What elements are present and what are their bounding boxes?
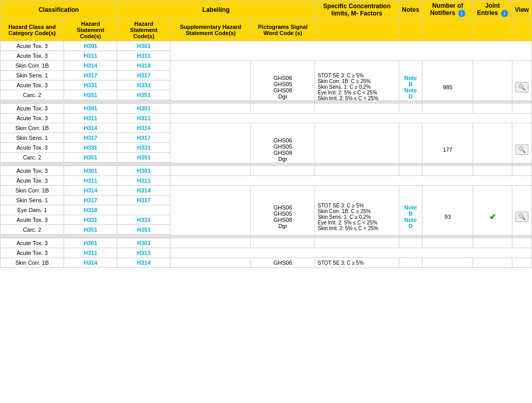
hsc1-cell[interactable]: H311 — [64, 51, 117, 61]
hsc1-cell[interactable]: H314 — [64, 123, 117, 133]
joint-entries-cell — [473, 258, 512, 268]
hazard-class-cell: Skin Sens. 1 — [1, 71, 64, 80]
hsc2-cell[interactable]: H301 — [117, 238, 170, 248]
hazard-class-cell: Acute Tox. 3 — [1, 80, 64, 90]
hazard-class-cell: Acute Tox. 3 — [1, 166, 64, 176]
pictograms-cell: GHS06 GHS05 GHS08 Dgr — [251, 61, 315, 114]
hsc1-cell[interactable]: H331 — [64, 215, 117, 225]
notifiers-cell — [423, 258, 473, 268]
view-cell[interactable]: 🔍 — [512, 123, 531, 176]
hsc2-header: Hazard Statement Code(s) — [117, 19, 170, 41]
hsc1-cell[interactable]: H331 — [64, 80, 117, 90]
concentration-cell: STOT SE 3: C ≥ 5% — [315, 258, 399, 268]
hsc1-cell[interactable]: H317 — [64, 133, 117, 143]
hsc1-cell[interactable]: H314 — [64, 186, 117, 196]
concentration-cell: STOT SE 3: C ≥ 5% Skin Corr. 1B: C ≥ 25%… — [315, 61, 399, 114]
notifiers-info-icon[interactable]: i — [458, 10, 465, 17]
notifiers-cell: 93 — [423, 186, 473, 248]
table-row: Acute Tox. 3H301H301 — [1, 41, 532, 51]
hsc2-cell[interactable]: H301 — [117, 166, 170, 176]
view-icon[interactable]: 🔍 — [515, 82, 528, 92]
joint-entries-cell — [473, 61, 512, 114]
view-icon[interactable]: 🔍 — [515, 212, 528, 222]
hsc1-cell[interactable]: H351 — [64, 153, 117, 163]
hazard-class-cell: Eye Dam. 1 — [1, 205, 64, 215]
table-row: Acute Tox. 3H311H311 — [1, 51, 532, 61]
hsc2-cell[interactable]: H351 — [117, 225, 170, 235]
hsc2-cell[interactable]: H314 — [117, 186, 170, 196]
supplementary-cell — [170, 186, 251, 248]
hsc1-cell[interactable]: H301 — [64, 166, 117, 176]
hsc1-cell[interactable]: H311 — [64, 114, 117, 123]
notifiers-cell: 985 — [423, 61, 473, 114]
hazard-class-cell: Acute Tox. 3 — [1, 248, 64, 258]
hsc1-cell[interactable]: H314 — [64, 258, 117, 268]
hsc2-cell[interactable]: H311 — [117, 248, 170, 258]
hazard-class-cell: Skin Corr. 1B — [1, 186, 64, 196]
hsc2-cell[interactable]: H317 — [117, 133, 170, 143]
supplementary-cell — [170, 258, 251, 268]
hsc2-cell[interactable]: H301 — [117, 104, 170, 114]
hazard-class-cell: Skin Corr. 1B — [1, 61, 64, 71]
view-cell — [512, 258, 531, 268]
hsc2-cell[interactable]: H351 — [117, 90, 170, 100]
separator-row — [1, 100, 532, 104]
hsc2-cell[interactable]: H311 — [117, 114, 170, 123]
view-icon[interactable]: 🔍 — [515, 144, 528, 155]
concentration-cell: STOT SE 3: C ≥ 5% Skin Corr. 1B: C ≥ 25%… — [315, 186, 399, 248]
hsc1-cell[interactable]: H331 — [64, 143, 117, 153]
view-cell[interactable]: 🔍 — [512, 61, 531, 114]
table-row: Acute Tox. 3H311H311 — [1, 176, 532, 186]
hsc1-cell[interactable]: H301 — [64, 41, 117, 51]
hsc1-cell[interactable]: H311 — [64, 176, 117, 186]
table-row: Skin Corr. 1BH314H314GHS06 GHS05 GHS08 D… — [1, 61, 532, 71]
hsc1-cell[interactable]: H351 — [64, 90, 117, 100]
hazard-class-cell: Acute Tox. 3 — [1, 51, 64, 61]
hsc2-cell[interactable]: H314 — [117, 123, 170, 133]
separator-row — [1, 235, 532, 238]
hsc2-cell[interactable]: H317 — [117, 196, 170, 205]
hsc1-cell[interactable]: H301 — [64, 104, 117, 114]
joint-entries-header: Joint Entries i — [473, 1, 512, 19]
notes-cell[interactable]: Note BNote D — [399, 186, 422, 248]
hsc2-cell[interactable]: H301 — [117, 41, 170, 51]
hsc1-cell[interactable]: H311 — [64, 248, 117, 258]
joint-entries-info-icon[interactable]: i — [501, 10, 508, 17]
separator-row — [1, 163, 532, 166]
hsc1-cell[interactable]: H351 — [64, 225, 117, 235]
hsc2-cell[interactable]: H331 — [117, 215, 170, 225]
pictograms-cell: GHS06 GHS05 GHS08 Dgr — [251, 186, 315, 248]
hsc1-cell[interactable]: H301 — [64, 238, 117, 248]
hsc1-cell[interactable]: H317 — [64, 196, 117, 205]
hazard-class-cell: Carc. 2 — [1, 153, 64, 163]
view-cell[interactable]: 🔍 — [512, 186, 531, 248]
hsc1-cell[interactable]: H317 — [64, 71, 117, 80]
hazard-class-cell: Acute Tox. 3 — [1, 215, 64, 225]
pictograms-cell: GHS06 — [251, 258, 315, 268]
supplementary-cell — [170, 123, 251, 176]
hazard-class-cell: Acute Tox. 3 — [1, 114, 64, 123]
table-row: Skin Corr. 1BH314H314GHS06 GHS05 GHS08 D… — [1, 123, 532, 133]
hsc2-cell[interactable]: H311 — [117, 51, 170, 61]
hsc1-cell[interactable]: H318 — [64, 205, 117, 215]
hsc2-cell[interactable]: H317 — [117, 71, 170, 80]
notes-cell[interactable]: Note BNote D — [399, 61, 422, 114]
hsc2-cell[interactable]: H331 — [117, 80, 170, 90]
hsc2-cell[interactable] — [117, 205, 170, 215]
hsc2-cell[interactable]: H351 — [117, 153, 170, 163]
hsc2-cell[interactable]: H314 — [117, 258, 170, 268]
hsc2-cell[interactable]: H311 — [117, 176, 170, 186]
notes-sub-header — [399, 19, 422, 41]
hsc2-cell[interactable]: H331 — [117, 143, 170, 153]
hazard-class-cell: Acute Tox. 3 — [1, 41, 64, 51]
hazard-class-cell: Skin Corr. 1B — [1, 123, 64, 133]
hazard-class-cell: Acute Tox. 3 — [1, 104, 64, 114]
hsc1-cell[interactable]: H314 — [64, 61, 117, 71]
classification-header: Classification — [1, 1, 117, 19]
notes-cell[interactable] — [399, 123, 422, 176]
notes-header: Notes — [399, 1, 422, 19]
hsc2-cell[interactable]: H314 — [117, 61, 170, 71]
hazard-class-cell: Skin Corr. 1B — [1, 258, 64, 268]
notes-cell[interactable] — [399, 258, 422, 268]
hazard-class-cell: Skin Sens. 1 — [1, 133, 64, 143]
